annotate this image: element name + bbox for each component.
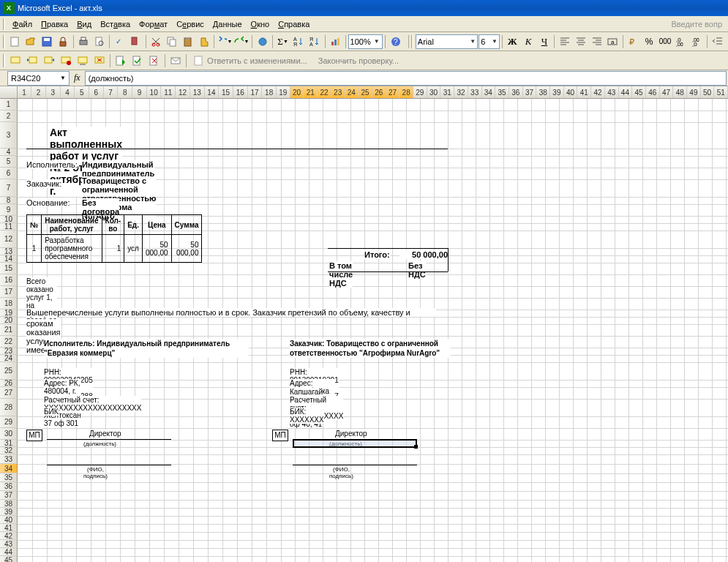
col-header[interactable]: 38 [536, 86, 550, 98]
help-search[interactable]: Введите вопр [672, 20, 726, 29]
reject-button[interactable] [146, 53, 162, 69]
formula-bar[interactable]: (должность) [85, 71, 727, 86]
col-header[interactable]: 50 [701, 86, 715, 98]
row-header[interactable]: 11 [0, 223, 18, 231]
save-button[interactable] [40, 34, 55, 50]
accept-button[interactable] [130, 53, 146, 69]
delete-comment-button[interactable] [91, 53, 108, 69]
row-header[interactable]: 18 [0, 298, 18, 310]
menu-file[interactable]: Файл [8, 18, 37, 30]
col-header[interactable]: 31 [440, 86, 454, 98]
row-header[interactable]: 34 [0, 464, 18, 473]
worksheet[interactable]: 1234567891011121314151617181920212223242… [0, 86, 728, 562]
track-changes-button[interactable] [113, 53, 129, 69]
row-header[interactable]: 37 [0, 491, 18, 500]
row-header[interactable]: 24 [0, 355, 18, 362]
grip[interactable] [3, 35, 5, 48]
col-header[interactable]: 45 [632, 86, 646, 98]
bold-button[interactable]: Ж [505, 34, 520, 50]
col-header[interactable]: 44 [619, 86, 633, 98]
col-header[interactable]: 11 [161, 86, 176, 98]
comma-button[interactable]: 000 [658, 34, 673, 50]
col-header[interactable]: 41 [577, 86, 591, 98]
show-ink-button[interactable] [75, 53, 91, 69]
col-header[interactable]: 6 [89, 86, 104, 98]
col-header[interactable]: 34 [482, 86, 496, 98]
col-header[interactable]: 21 [304, 86, 318, 98]
row-header[interactable]: 39 [0, 508, 18, 516]
row-header[interactable]: 45 [0, 556, 18, 562]
row-header[interactable]: 3 [0, 122, 18, 149]
row-header[interactable]: 42 [0, 532, 18, 540]
currency-button[interactable]: ₽ [626, 34, 641, 50]
col-header[interactable]: 51 [714, 86, 728, 98]
reply-changes-button[interactable]: Ответить с изменениями... [189, 53, 312, 69]
col-header[interactable]: 18 [262, 86, 277, 98]
menu-edit[interactable]: Правка [37, 18, 72, 30]
row-header[interactable]: 26 [0, 380, 18, 387]
col-header[interactable]: 12 [176, 86, 190, 98]
row-header[interactable]: 2 [0, 110, 18, 122]
row-header[interactable]: 27 [0, 387, 18, 399]
col-header[interactable]: 36 [509, 86, 523, 98]
sort-desc-button[interactable]: ЯA [307, 34, 323, 50]
row-header[interactable]: 4 [0, 149, 18, 156]
col-header[interactable]: 40 [564, 86, 578, 98]
col-header[interactable]: 14 [205, 86, 219, 98]
show-comments-button[interactable] [58, 53, 74, 69]
paste-button[interactable] [181, 34, 196, 50]
col-header[interactable]: 28 [399, 86, 413, 98]
col-header[interactable]: 13 [190, 86, 205, 98]
col-header[interactable]: 23 [331, 86, 345, 98]
col-header[interactable]: 43 [605, 86, 619, 98]
col-header[interactable]: 17 [248, 86, 263, 98]
format-painter-button[interactable] [197, 34, 212, 50]
send-mail-button[interactable] [168, 53, 184, 69]
col-header[interactable]: 25 [359, 86, 372, 98]
decrease-indent-button[interactable] [710, 34, 725, 50]
col-header[interactable]: 42 [591, 86, 605, 98]
row-header[interactable]: 9 [0, 204, 18, 216]
new-comment-button[interactable] [7, 53, 23, 69]
cut-button[interactable] [149, 34, 164, 50]
prev-comment-button[interactable] [24, 53, 40, 69]
align-left-button[interactable] [557, 34, 572, 50]
fx-icon[interactable]: fx [74, 72, 80, 83]
percent-button[interactable]: % [642, 34, 657, 50]
row-header[interactable]: 30 [0, 428, 18, 440]
sort-asc-button[interactable]: AЯ [291, 34, 307, 50]
menu-data[interactable]: Данные [209, 18, 247, 30]
row-header[interactable]: 8 [0, 197, 18, 204]
row-header[interactable]: 5 [0, 156, 18, 168]
help-button[interactable]: ? [388, 34, 403, 50]
col-header[interactable]: 32 [454, 86, 468, 98]
align-center-button[interactable] [573, 34, 588, 50]
row-header[interactable]: 38 [0, 500, 18, 508]
menu-window[interactable]: Окно [247, 18, 274, 30]
row-header[interactable]: 6 [0, 168, 18, 179]
next-comment-button[interactable] [41, 53, 57, 69]
merge-button[interactable]: a [605, 34, 620, 50]
grip2[interactable] [411, 35, 413, 48]
col-header[interactable]: 5 [75, 86, 89, 98]
col-header[interactable]: 20 [290, 86, 304, 98]
row-header[interactable]: 35 [0, 473, 18, 482]
italic-button[interactable]: К [521, 34, 536, 50]
row-header[interactable]: 41 [0, 524, 18, 532]
row-header[interactable]: 25 [0, 362, 18, 380]
permissions-button[interactable] [56, 34, 71, 50]
col-header[interactable]: 1 [18, 86, 32, 98]
row-header[interactable]: 33 [0, 454, 18, 464]
research-button[interactable] [128, 34, 143, 50]
row-header[interactable]: 16 [0, 274, 18, 286]
chart-button[interactable] [328, 34, 343, 50]
row-header[interactable]: 12 [0, 231, 18, 248]
row-header[interactable]: 28 [0, 399, 18, 416]
grip3[interactable] [3, 54, 5, 67]
col-header[interactable]: 29 [413, 86, 427, 98]
col-header[interactable]: 7 [104, 86, 119, 98]
row-header[interactable]: 7 [0, 179, 18, 197]
copy-button[interactable] [165, 34, 180, 50]
row-header[interactable]: 43 [0, 540, 18, 548]
col-header[interactable]: 4 [61, 86, 75, 98]
